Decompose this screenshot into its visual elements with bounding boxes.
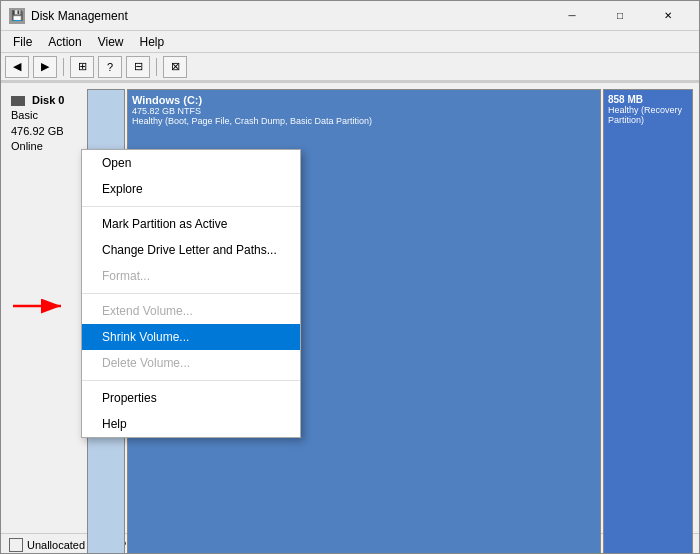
- menu-file[interactable]: File: [5, 33, 40, 51]
- maximize-button[interactable]: □: [597, 1, 643, 31]
- legend-unallocated-label: Unallocated: [27, 539, 85, 551]
- title-bar: 💾 Disk Management ─ □ ✕: [1, 1, 699, 31]
- disk-visual-icon: [11, 96, 25, 106]
- menu-help[interactable]: Help: [132, 33, 173, 51]
- context-menu: Open Explore Mark Partition as Active Ch…: [81, 149, 301, 438]
- cm-extend[interactable]: Extend Volume...: [82, 298, 300, 324]
- cm-shrink[interactable]: Shrink Volume...: [82, 324, 300, 350]
- cm-sep-3: [82, 380, 300, 381]
- disk-status: Online: [11, 139, 83, 154]
- partition-recovery[interactable]: 858 MB Healthy (Recovery Partition): [603, 89, 693, 554]
- cm-mark-active[interactable]: Mark Partition as Active: [82, 211, 300, 237]
- toolbar-btn-3[interactable]: ⊞: [70, 56, 94, 78]
- disk-size: 476.92 GB: [11, 124, 83, 139]
- toolbar-btn-5[interactable]: ⊟: [126, 56, 150, 78]
- close-button[interactable]: ✕: [645, 1, 691, 31]
- disk-type: Basic: [11, 108, 83, 123]
- menu-bar: File Action View Help: [1, 31, 699, 53]
- cm-help[interactable]: Help: [82, 411, 300, 437]
- cm-properties[interactable]: Properties: [82, 385, 300, 411]
- cm-sep-1: [82, 206, 300, 207]
- toolbar-btn-6[interactable]: ⊠: [163, 56, 187, 78]
- cm-open[interactable]: Open: [82, 150, 300, 176]
- menu-action[interactable]: Action: [40, 33, 89, 51]
- forward-button[interactable]: ▶: [33, 56, 57, 78]
- cm-format[interactable]: Format...: [82, 263, 300, 289]
- disk-label-title: Disk 0: [11, 93, 83, 108]
- app-icon: 💾: [9, 8, 25, 24]
- cm-delete[interactable]: Delete Volume...: [82, 350, 300, 376]
- legend-unallocated: Unallocated: [9, 538, 85, 552]
- toolbar: ◀ ▶ ⊞ ? ⊟ ⊠: [1, 53, 699, 81]
- back-button[interactable]: ◀: [5, 56, 29, 78]
- window-controls: ─ □ ✕: [549, 1, 691, 31]
- legend-unallocated-box: [9, 538, 23, 552]
- toolbar-sep-2: [156, 58, 157, 76]
- menu-view[interactable]: View: [90, 33, 132, 51]
- arrow-indicator: [11, 291, 71, 324]
- minimize-button[interactable]: ─: [549, 1, 595, 31]
- cm-change-letter[interactable]: Change Drive Letter and Paths...: [82, 237, 300, 263]
- toolbar-btn-4[interactable]: ?: [98, 56, 122, 78]
- window-title: Disk Management: [31, 9, 549, 23]
- cm-sep-2: [82, 293, 300, 294]
- toolbar-sep-1: [63, 58, 64, 76]
- cm-explore[interactable]: Explore: [82, 176, 300, 202]
- disk-management-window: 💾 Disk Management ─ □ ✕ File Action View…: [0, 0, 700, 554]
